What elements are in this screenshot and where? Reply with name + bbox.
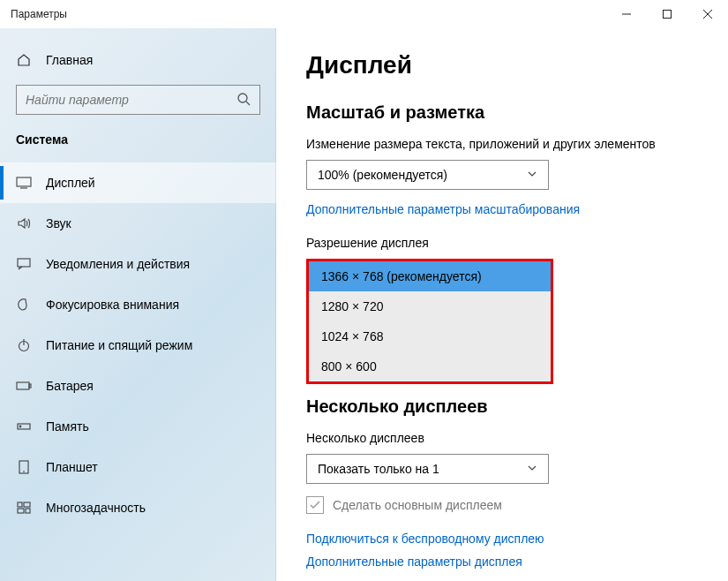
make-main-label: Сделать основным дисплеем <box>333 498 502 512</box>
display-icon <box>16 177 32 189</box>
search-input[interactable] <box>26 93 236 107</box>
notifications-icon <box>16 258 32 270</box>
resolution-option[interactable]: 1366 × 768 (рекомендуется) <box>309 261 551 291</box>
advanced-display-link[interactable]: Дополнительные параметры дисплея <box>306 555 522 569</box>
nav-item-focus-assist[interactable]: Фокусировка внимания <box>0 284 276 325</box>
scale-heading: Масштаб и разметка <box>306 102 698 123</box>
nav-item-label: Многозадачность <box>46 501 146 515</box>
nav-item-power[interactable]: Питание и спящий режим <box>0 325 276 366</box>
connect-wireless-link[interactable]: Подключиться к беспроводному дисплею <box>306 532 544 546</box>
nav-item-label: Питание и спящий режим <box>46 338 192 352</box>
multi-display-value: Показать только на 1 <box>318 462 439 476</box>
page-title: Дисплей <box>306 51 698 79</box>
multi-display-label: Несколько дисплеев <box>306 431 698 445</box>
chevron-down-icon <box>527 168 537 182</box>
nav-item-label: Звук <box>46 216 71 230</box>
search-icon <box>236 92 251 109</box>
svg-rect-19 <box>18 509 24 513</box>
resolution-option[interactable]: 1024 × 768 <box>309 321 551 351</box>
nav-item-tablet[interactable]: Планшет <box>0 447 276 487</box>
scale-label: Изменение размера текста, приложений и д… <box>306 137 698 151</box>
svg-point-14 <box>19 426 21 427</box>
sidebar: Главная Система Дисплей Звук <box>0 28 276 581</box>
scale-select[interactable]: 100% (рекомендуется) <box>306 160 549 190</box>
window-title: Параметры <box>11 8 67 20</box>
multitasking-icon <box>16 502 32 514</box>
svg-rect-18 <box>24 502 30 507</box>
sound-icon <box>16 216 32 230</box>
nav-item-label: Уведомления и действия <box>46 257 190 271</box>
svg-line-5 <box>246 102 250 105</box>
nav-item-label: Память <box>46 419 89 434</box>
svg-rect-1 <box>664 11 672 19</box>
resolution-dropdown[interactable]: 1366 × 768 (рекомендуется) 1280 × 720 10… <box>306 259 553 384</box>
nav-item-label: Батарея <box>46 379 94 393</box>
nav-item-multitasking[interactable]: Многозадачность <box>0 487 276 528</box>
chevron-down-icon <box>527 462 537 476</box>
sidebar-heading: Система <box>0 129 276 162</box>
nav-item-sound[interactable]: Звук <box>0 203 276 244</box>
nav-home[interactable]: Главная <box>0 41 276 79</box>
battery-icon <box>16 381 32 391</box>
tablet-icon <box>16 460 32 474</box>
window-controls <box>606 0 728 28</box>
content: Дисплей Масштаб и разметка Изменение раз… <box>276 28 728 581</box>
nav-item-notifications[interactable]: Уведомления и действия <box>0 244 276 284</box>
advanced-scaling-link[interactable]: Дополнительные параметры масштабирования <box>306 202 580 216</box>
home-icon <box>16 53 32 67</box>
nav-item-display[interactable]: Дисплей <box>0 162 276 203</box>
maximize-button[interactable] <box>647 0 687 28</box>
nav-item-battery[interactable]: Батарея <box>0 366 276 406</box>
titlebar: Параметры <box>0 0 728 28</box>
svg-rect-8 <box>18 259 30 267</box>
make-main-checkbox <box>306 496 324 514</box>
resolution-option[interactable]: 800 × 600 <box>309 351 551 381</box>
storage-icon <box>16 421 32 432</box>
search-box[interactable] <box>16 85 260 115</box>
minimize-button[interactable] <box>606 0 647 28</box>
multi-display-select[interactable]: Показать только на 1 <box>306 454 549 484</box>
resolution-option[interactable]: 1280 × 720 <box>309 291 551 321</box>
svg-rect-20 <box>26 509 30 513</box>
nav-item-label: Дисплей <box>46 176 95 190</box>
multi-display-heading: Несколько дисплеев <box>306 396 698 417</box>
nav-item-storage[interactable]: Память <box>0 406 276 447</box>
svg-rect-17 <box>18 502 22 507</box>
svg-point-4 <box>238 94 247 102</box>
scale-value: 100% (рекомендуется) <box>318 168 447 182</box>
resolution-label: Разрешение дисплея <box>306 236 698 250</box>
nav-item-label: Планшет <box>46 460 98 474</box>
nav-item-label: Фокусировка внимания <box>46 298 179 312</box>
svg-rect-11 <box>17 382 29 389</box>
close-button[interactable] <box>687 0 728 28</box>
svg-rect-12 <box>29 384 31 388</box>
power-icon <box>16 338 32 352</box>
svg-rect-6 <box>17 177 31 186</box>
nav-home-label: Главная <box>46 53 93 67</box>
focus-icon <box>16 298 32 312</box>
